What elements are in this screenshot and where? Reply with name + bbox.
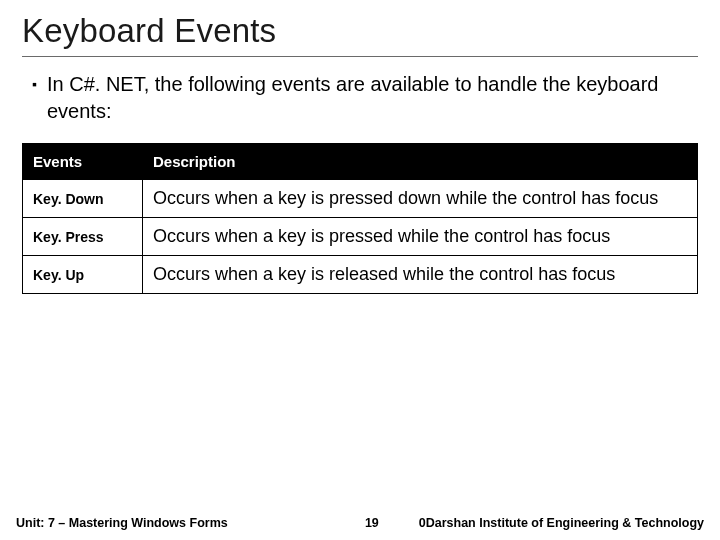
table-row: Key. Press Occurs when a key is pressed … bbox=[23, 218, 698, 256]
bullet-item: ▪ In C#. NET, the following events are a… bbox=[22, 71, 698, 125]
slide-footer: Unit: 7 – Mastering Windows Forms 19 0Da… bbox=[0, 516, 720, 530]
cell-event: Key. Up bbox=[23, 256, 143, 294]
cell-event: Key. Press bbox=[23, 218, 143, 256]
cell-description: Occurs when a key is released while the … bbox=[143, 256, 698, 294]
cell-description: Occurs when a key is pressed while the c… bbox=[143, 218, 698, 256]
bullet-text: In C#. NET, the following events are ava… bbox=[47, 71, 692, 125]
footer-unit: Unit: 7 – Mastering Windows Forms bbox=[16, 516, 228, 530]
events-table: Events Description Key. Down Occurs when… bbox=[22, 143, 698, 294]
table-header-row: Events Description bbox=[23, 144, 698, 180]
col-header-description: Description bbox=[143, 144, 698, 180]
footer-institute: 0Darshan Institute of Engineering & Tech… bbox=[419, 516, 704, 530]
cell-description: Occurs when a key is pressed down while … bbox=[143, 180, 698, 218]
footer-page-number: 19 bbox=[365, 516, 379, 530]
table-row: Key. Down Occurs when a key is pressed d… bbox=[23, 180, 698, 218]
slide: Keyboard Events ▪ In C#. NET, the follow… bbox=[0, 0, 720, 540]
title-divider bbox=[22, 56, 698, 57]
cell-event: Key. Down bbox=[23, 180, 143, 218]
table-row: Key. Up Occurs when a key is released wh… bbox=[23, 256, 698, 294]
bullet-marker-icon: ▪ bbox=[32, 76, 37, 92]
page-title: Keyboard Events bbox=[22, 12, 698, 50]
col-header-events: Events bbox=[23, 144, 143, 180]
